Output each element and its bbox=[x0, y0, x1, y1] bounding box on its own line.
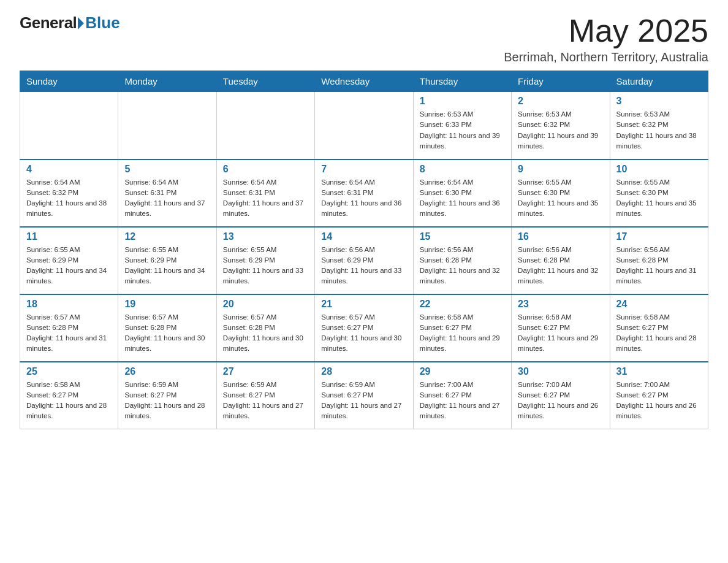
day-number: 28 bbox=[321, 366, 406, 377]
day-info: Sunrise: 6:58 AM Sunset: 6:27 PM Dayligh… bbox=[616, 312, 702, 354]
title-block: May 2025 Berrimah, Northern Territory, A… bbox=[504, 15, 708, 64]
day-number: 5 bbox=[124, 164, 210, 175]
calendar-cell bbox=[315, 92, 413, 159]
calendar-week-row: 25Sunrise: 6:58 AM Sunset: 6:27 PM Dayli… bbox=[20, 362, 708, 429]
calendar-cell: 15Sunrise: 6:56 AM Sunset: 6:28 PM Dayli… bbox=[413, 227, 511, 294]
calendar-cell: 14Sunrise: 6:56 AM Sunset: 6:29 PM Dayli… bbox=[315, 227, 413, 294]
day-number: 27 bbox=[223, 366, 308, 377]
day-info: Sunrise: 6:54 AM Sunset: 6:30 PM Dayligh… bbox=[420, 177, 505, 220]
day-info: Sunrise: 6:56 AM Sunset: 6:28 PM Dayligh… bbox=[420, 245, 505, 287]
day-info: Sunrise: 6:55 AM Sunset: 6:29 PM Dayligh… bbox=[124, 245, 210, 287]
day-number: 14 bbox=[321, 231, 406, 242]
calendar-cell: 18Sunrise: 6:57 AM Sunset: 6:28 PM Dayli… bbox=[20, 294, 118, 362]
day-info: Sunrise: 6:55 AM Sunset: 6:30 PM Dayligh… bbox=[518, 177, 603, 220]
day-info: Sunrise: 6:59 AM Sunset: 6:27 PM Dayligh… bbox=[223, 380, 308, 422]
calendar-cell: 11Sunrise: 6:55 AM Sunset: 6:29 PM Dayli… bbox=[20, 227, 118, 294]
day-number: 26 bbox=[124, 366, 210, 377]
calendar-cell: 5Sunrise: 6:54 AM Sunset: 6:31 PM Daylig… bbox=[118, 159, 216, 227]
calendar-cell: 10Sunrise: 6:55 AM Sunset: 6:30 PM Dayli… bbox=[610, 159, 708, 227]
day-info: Sunrise: 6:58 AM Sunset: 6:27 PM Dayligh… bbox=[518, 312, 603, 354]
day-number: 2 bbox=[518, 96, 603, 107]
column-header-thursday: Thursday bbox=[413, 71, 511, 92]
day-number: 16 bbox=[518, 231, 603, 242]
calendar-cell: 26Sunrise: 6:59 AM Sunset: 6:27 PM Dayli… bbox=[118, 362, 216, 429]
calendar-week-row: 18Sunrise: 6:57 AM Sunset: 6:28 PM Dayli… bbox=[20, 294, 708, 362]
day-info: Sunrise: 6:57 AM Sunset: 6:28 PM Dayligh… bbox=[124, 312, 210, 354]
day-info: Sunrise: 6:55 AM Sunset: 6:29 PM Dayligh… bbox=[223, 245, 308, 287]
day-number: 23 bbox=[518, 299, 603, 310]
day-info: Sunrise: 6:56 AM Sunset: 6:29 PM Dayligh… bbox=[321, 245, 406, 287]
calendar-week-row: 1Sunrise: 6:53 AM Sunset: 6:33 PM Daylig… bbox=[20, 92, 708, 159]
calendar-cell: 6Sunrise: 6:54 AM Sunset: 6:31 PM Daylig… bbox=[216, 159, 314, 227]
day-number: 17 bbox=[616, 231, 702, 242]
day-number: 19 bbox=[124, 299, 210, 310]
calendar-cell: 13Sunrise: 6:55 AM Sunset: 6:29 PM Dayli… bbox=[216, 227, 314, 294]
day-info: Sunrise: 6:57 AM Sunset: 6:27 PM Dayligh… bbox=[321, 312, 406, 354]
column-header-saturday: Saturday bbox=[610, 71, 708, 92]
column-header-monday: Monday bbox=[118, 71, 216, 92]
day-info: Sunrise: 7:00 AM Sunset: 6:27 PM Dayligh… bbox=[616, 380, 702, 422]
location-subtitle: Berrimah, Northern Territory, Australia bbox=[504, 50, 708, 64]
calendar-cell: 27Sunrise: 6:59 AM Sunset: 6:27 PM Dayli… bbox=[216, 362, 314, 429]
day-info: Sunrise: 6:56 AM Sunset: 6:28 PM Dayligh… bbox=[518, 245, 603, 287]
calendar-cell: 9Sunrise: 6:55 AM Sunset: 6:30 PM Daylig… bbox=[512, 159, 610, 227]
day-number: 25 bbox=[26, 366, 112, 377]
day-info: Sunrise: 6:53 AM Sunset: 6:32 PM Dayligh… bbox=[518, 109, 603, 151]
calendar-cell: 7Sunrise: 6:54 AM Sunset: 6:31 PM Daylig… bbox=[315, 159, 413, 227]
day-number: 4 bbox=[26, 164, 112, 175]
day-number: 18 bbox=[26, 299, 112, 310]
day-number: 30 bbox=[518, 366, 603, 377]
calendar-cell: 8Sunrise: 6:54 AM Sunset: 6:30 PM Daylig… bbox=[413, 159, 511, 227]
calendar-cell: 3Sunrise: 6:53 AM Sunset: 6:32 PM Daylig… bbox=[610, 92, 708, 159]
day-info: Sunrise: 6:53 AM Sunset: 6:33 PM Dayligh… bbox=[420, 109, 505, 151]
calendar-cell: 31Sunrise: 7:00 AM Sunset: 6:27 PM Dayli… bbox=[610, 362, 708, 429]
calendar-cell: 22Sunrise: 6:58 AM Sunset: 6:27 PM Dayli… bbox=[413, 294, 511, 362]
column-header-sunday: Sunday bbox=[20, 71, 118, 92]
calendar-cell: 25Sunrise: 6:58 AM Sunset: 6:27 PM Dayli… bbox=[20, 362, 118, 429]
day-info: Sunrise: 6:54 AM Sunset: 6:31 PM Dayligh… bbox=[223, 177, 308, 220]
day-info: Sunrise: 6:54 AM Sunset: 6:31 PM Dayligh… bbox=[124, 177, 210, 220]
calendar-header-row: SundayMondayTuesdayWednesdayThursdayFrid… bbox=[20, 71, 708, 92]
calendar-cell: 19Sunrise: 6:57 AM Sunset: 6:28 PM Dayli… bbox=[118, 294, 216, 362]
day-number: 22 bbox=[420, 299, 505, 310]
calendar-cell bbox=[216, 92, 314, 159]
day-number: 11 bbox=[26, 231, 112, 242]
day-info: Sunrise: 6:58 AM Sunset: 6:27 PM Dayligh… bbox=[420, 312, 505, 354]
day-info: Sunrise: 6:58 AM Sunset: 6:27 PM Dayligh… bbox=[26, 380, 112, 422]
calendar-cell bbox=[118, 92, 216, 159]
day-number: 1 bbox=[420, 96, 505, 107]
calendar-cell: 29Sunrise: 7:00 AM Sunset: 6:27 PM Dayli… bbox=[413, 362, 511, 429]
page-header: General Blue May 2025 Berrimah, Northern… bbox=[20, 15, 708, 64]
logo: General Blue bbox=[20, 15, 120, 31]
day-info: Sunrise: 6:56 AM Sunset: 6:28 PM Dayligh… bbox=[616, 245, 702, 287]
day-number: 24 bbox=[616, 299, 702, 310]
day-info: Sunrise: 7:00 AM Sunset: 6:27 PM Dayligh… bbox=[518, 380, 603, 422]
day-info: Sunrise: 6:53 AM Sunset: 6:32 PM Dayligh… bbox=[616, 109, 702, 151]
day-number: 12 bbox=[124, 231, 210, 242]
day-info: Sunrise: 7:00 AM Sunset: 6:27 PM Dayligh… bbox=[420, 380, 505, 422]
calendar-cell: 30Sunrise: 7:00 AM Sunset: 6:27 PM Dayli… bbox=[512, 362, 610, 429]
day-number: 29 bbox=[420, 366, 505, 377]
day-info: Sunrise: 6:55 AM Sunset: 6:29 PM Dayligh… bbox=[26, 245, 112, 287]
calendar-cell bbox=[20, 92, 118, 159]
calendar-cell: 2Sunrise: 6:53 AM Sunset: 6:32 PM Daylig… bbox=[512, 92, 610, 159]
calendar-cell: 20Sunrise: 6:57 AM Sunset: 6:28 PM Dayli… bbox=[216, 294, 314, 362]
calendar-cell: 21Sunrise: 6:57 AM Sunset: 6:27 PM Dayli… bbox=[315, 294, 413, 362]
calendar-cell: 1Sunrise: 6:53 AM Sunset: 6:33 PM Daylig… bbox=[413, 92, 511, 159]
logo-general-text: General bbox=[20, 15, 77, 31]
calendar-cell: 17Sunrise: 6:56 AM Sunset: 6:28 PM Dayli… bbox=[610, 227, 708, 294]
calendar-cell: 4Sunrise: 6:54 AM Sunset: 6:32 PM Daylig… bbox=[20, 159, 118, 227]
month-year-title: May 2025 bbox=[504, 15, 708, 47]
day-info: Sunrise: 6:54 AM Sunset: 6:32 PM Dayligh… bbox=[26, 177, 112, 220]
day-number: 15 bbox=[420, 231, 505, 242]
day-number: 3 bbox=[616, 96, 702, 107]
day-info: Sunrise: 6:59 AM Sunset: 6:27 PM Dayligh… bbox=[321, 380, 406, 422]
day-number: 31 bbox=[616, 366, 702, 377]
day-number: 6 bbox=[223, 164, 308, 175]
column-header-friday: Friday bbox=[512, 71, 610, 92]
calendar-cell: 28Sunrise: 6:59 AM Sunset: 6:27 PM Dayli… bbox=[315, 362, 413, 429]
logo-arrow-icon bbox=[78, 17, 84, 29]
day-number: 20 bbox=[223, 299, 308, 310]
calendar-week-row: 4Sunrise: 6:54 AM Sunset: 6:32 PM Daylig… bbox=[20, 159, 708, 227]
day-info: Sunrise: 6:57 AM Sunset: 6:28 PM Dayligh… bbox=[223, 312, 308, 354]
